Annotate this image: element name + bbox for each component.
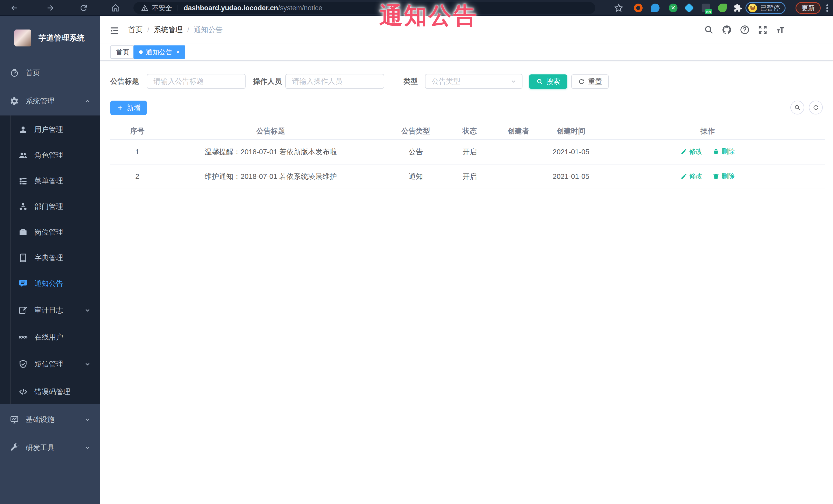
font-size-icon[interactable] [776,25,786,35]
url-divider [177,5,178,11]
column-header-status: 状态 [454,123,485,140]
tab-home[interactable]: 首页 [110,45,135,59]
tab-label: 通知公告 [146,48,172,57]
breadcrumb-item[interactable]: 首页 [128,25,143,34]
sidebar-item-label: 岗位管理 [34,227,63,237]
cell-actions: 修改 删除 [590,164,825,189]
chevron-down-icon [84,416,91,423]
sidebar-item-system-management[interactable]: 系统管理 [0,93,100,109]
delete-link[interactable]: 删除 [713,147,735,156]
extension-icon[interactable] [634,4,643,12]
app-logo-row[interactable]: 芋道管理系统 [0,23,100,53]
sidebar-item-infrastructure[interactable]: 基础设施 [0,411,100,428]
briefcase-icon [19,227,28,237]
sidebar-item-department-management[interactable]: 部门管理 [0,198,100,215]
cell-actions: 修改 删除 [590,140,825,164]
tab-notice-announcement[interactable]: 通知公告 × [134,45,185,59]
type-label: 类型 [403,74,418,89]
sidebar-collapse-icon[interactable] [109,26,120,34]
sidebar-item-label: 错误码管理 [34,387,70,397]
sidebar-item-home[interactable]: 首页 [0,65,100,81]
header-search-icon[interactable] [704,25,714,35]
refresh-icon [578,78,585,85]
tab-close-icon[interactable]: × [176,48,180,56]
sidebar-item-user-management[interactable]: 用户管理 [0,121,100,138]
sidebar: 芋道管理系统 首页 系统管理 用户管理 [0,16,100,504]
reset-button[interactable]: 重置 [571,74,609,89]
tools-icon [10,443,19,452]
code-icon [19,387,28,397]
cell-type: 公告 [377,140,454,164]
not-secure-warning-icon [141,4,148,11]
extension-icon[interactable] [651,4,660,12]
search-icon [536,78,543,85]
help-icon[interactable] [740,25,750,35]
sidebar-item-dict-management[interactable]: 字典管理 [0,250,100,266]
notice-bubble-icon [19,279,28,288]
delete-link[interactable]: 删除 [713,172,735,181]
refresh-table-button[interactable] [809,101,823,115]
sidebar-item-label: 部门管理 [34,202,63,212]
sidebar-item-role-management[interactable]: 角色管理 [0,147,100,164]
dashboard-icon [10,68,19,77]
extensions-puzzle-icon[interactable] [733,4,742,12]
annotation-overlay-title: 通知公告 [379,0,478,31]
browser-menu-icon[interactable] [825,3,829,13]
notice-table: 序号 公告标题 公告类型 状态 创建者 创建时间 操作 1 温馨提醒：2018-… [110,123,825,189]
profile-emoji-avatar [748,4,757,12]
browser-address-bar[interactable]: 不安全 dashboard.yudao.iocoder.cn/system/no… [134,2,595,14]
cell-created: 2021-01-05 [552,140,590,164]
edit-link[interactable]: 修改 [681,147,703,156]
fullscreen-icon[interactable] [758,25,768,35]
operator-input[interactable] [285,74,384,89]
sidebar-item-notice-announcement[interactable]: 通知公告 [0,275,100,292]
sidebar-item-post-management[interactable]: 岗位管理 [0,224,100,240]
sidebar-item-online-users[interactable]: 在线用户 [0,329,100,345]
chevron-down-icon [510,78,517,85]
screen: 不安全 dashboard.yudao.iocoder.cn/system/no… [0,0,833,504]
browser-back-icon[interactable] [10,3,19,13]
sidebar-item-error-code-management[interactable]: 错误码管理 [0,384,100,400]
browser-forward-icon[interactable] [46,3,55,13]
operator-label: 操作人员 [253,74,282,89]
notice-title-input[interactable] [147,74,245,89]
chevron-down-icon [84,445,91,451]
sidebar-item-sms-management[interactable]: 短信管理 [0,356,100,373]
sidebar-item-audit-log[interactable]: 审计日志 [0,302,100,318]
extension-icon[interactable] [684,3,694,13]
profile-paused-badge[interactable]: 已暂停 [745,2,786,14]
column-header-created: 创建时间 [552,123,590,140]
edit-link[interactable]: 修改 [681,172,703,181]
extension-icon[interactable] [718,4,727,12]
breadcrumb-separator: / [187,26,189,34]
sidebar-item-label: 审计日志 [34,305,63,315]
sidebar-item-menu-management[interactable]: 菜单管理 [0,173,100,189]
table-row: 1 温馨提醒：2018-07-01 若依新版本发布啦 公告 开启 2021-01… [110,140,825,164]
toggle-search-button[interactable] [790,101,804,115]
paused-label: 已暂停 [760,4,780,13]
bookmark-star-icon[interactable] [614,4,623,12]
chevron-up-icon [84,98,91,104]
breadcrumb-item[interactable]: 系统管理 [154,25,183,34]
sidebar-item-label: 基础设施 [26,415,54,425]
github-icon[interactable] [722,25,732,35]
security-warning-label[interactable]: 不安全 [152,4,172,13]
extension-icon[interactable]: ✕ [669,4,677,12]
app-logo-image [15,29,31,46]
sidebar-item-label: 角色管理 [34,150,63,160]
notice-type-select[interactable]: 公告类型 [425,74,523,89]
extension-icon[interactable]: on [701,4,710,12]
online-users-icon [19,333,28,342]
browser-update-button[interactable]: 更新 [795,2,821,14]
browser-home-icon[interactable] [111,3,120,13]
dictionary-book-icon [19,253,28,263]
tab-label: 首页 [116,48,129,57]
add-button[interactable]: 新增 [110,101,147,115]
column-header-actions: 操作 [590,123,825,140]
extension-on-badge: on [705,9,712,15]
cell-index: 2 [110,164,164,189]
search-button[interactable]: 搜索 [529,74,567,89]
url-path: /system/notice [278,4,323,12]
sidebar-item-dev-tools[interactable]: 研发工具 [0,439,100,456]
browser-reload-icon[interactable] [79,3,88,13]
